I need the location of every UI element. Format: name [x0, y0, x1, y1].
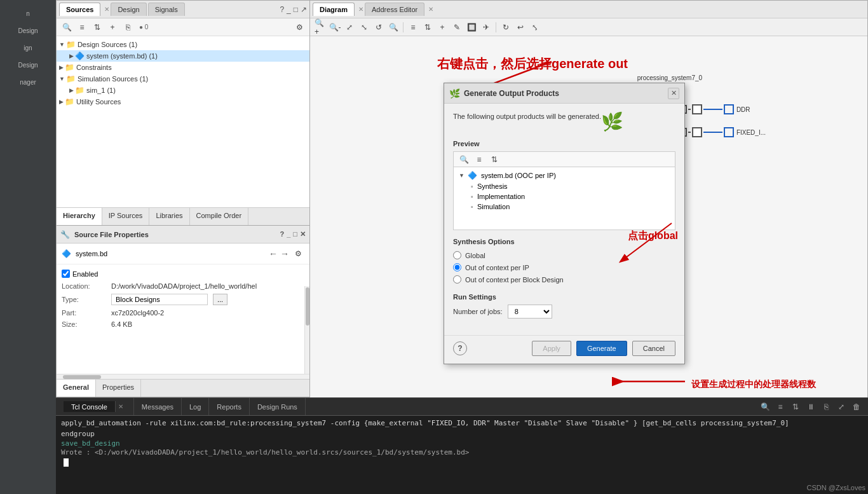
- console-input[interactable]: [61, 458, 863, 467]
- tree-item-sim-sources[interactable]: ▼ 📁 Simulation Sources (1): [57, 73, 309, 85]
- gear-button[interactable]: ⚙: [293, 21, 306, 34]
- tree-tab-hierarchy[interactable]: Hierarchy: [57, 208, 102, 225]
- add-ip-button[interactable]: +: [436, 21, 449, 34]
- tree-item-constraints[interactable]: ▶ 📁 Constraints: [57, 62, 309, 73]
- tree-tab-libraries[interactable]: Libraries: [149, 208, 189, 225]
- preview-search-button[interactable]: 🔍: [458, 153, 470, 166]
- tab-design[interactable]: Design: [111, 3, 146, 16]
- tab-design-runs[interactable]: Design Runs: [250, 398, 306, 415]
- props-help-icon[interactable]: ?: [280, 230, 284, 238]
- props-close-icon[interactable]: ✕: [300, 230, 306, 238]
- run-button[interactable]: ✈: [480, 21, 492, 34]
- expand-arrow[interactable]: ▼: [59, 76, 65, 82]
- tcl-console-close[interactable]: ✕: [116, 403, 126, 410]
- console-pause-button[interactable]: ⏸: [804, 401, 817, 413]
- sort-button[interactable]: ⇅: [91, 21, 104, 34]
- tab-reports[interactable]: Reports: [209, 398, 250, 415]
- scrollbar-thumb[interactable]: [306, 287, 309, 326]
- expand-arrow[interactable]: ▶: [69, 53, 74, 59]
- dialog-close-button[interactable]: ✕: [668, 88, 679, 99]
- tree-item-design-sources[interactable]: ▼ 📁 Design Sources (1): [57, 39, 309, 50]
- expand-arrow[interactable]: ▼: [59, 41, 65, 48]
- preview-synthesis[interactable]: ▪ Synthesis: [456, 181, 672, 191]
- console-copy-button[interactable]: ⎘: [820, 401, 832, 413]
- nav-back-button[interactable]: ←: [269, 249, 278, 259]
- tab-diagram[interactable]: Diagram: [313, 3, 355, 16]
- search-diagram-button[interactable]: 🔍: [387, 21, 400, 34]
- cancel-button[interactable]: Cancel: [632, 341, 675, 356]
- tab-signals[interactable]: Signals: [148, 3, 185, 16]
- nav-item-ign[interactable]: ign: [3, 41, 53, 55]
- tab-log[interactable]: Log: [182, 398, 209, 415]
- nav-gear-button[interactable]: ⚙: [292, 247, 304, 260]
- generate-button[interactable]: Generate: [576, 341, 627, 356]
- tree-tab-ip-sources[interactable]: IP Sources: [102, 208, 150, 225]
- zoom-in-button[interactable]: 🔍+: [314, 21, 327, 34]
- rect-button[interactable]: 🔲: [465, 21, 478, 34]
- apply-button[interactable]: Apply: [532, 341, 571, 356]
- expand-arrow[interactable]: ▶: [69, 87, 74, 93]
- addr-tab-close[interactable]: ✕: [428, 6, 433, 13]
- expand-arrow[interactable]: ▶: [59, 64, 64, 71]
- add-button[interactable]: +: [106, 21, 119, 34]
- popout-icon[interactable]: ↗: [301, 5, 307, 14]
- zoom-out-button[interactable]: 🔍-: [329, 21, 341, 34]
- tab-messages[interactable]: Messages: [134, 398, 182, 415]
- expand-arrow[interactable]: ▶: [59, 99, 64, 105]
- sources-tab-close[interactable]: ✕: [104, 6, 109, 13]
- refresh-button[interactable]: ↺: [372, 21, 385, 34]
- console-sort-button[interactable]: ⇅: [789, 401, 802, 413]
- maximize-icon[interactable]: □: [294, 5, 298, 14]
- vertical-scrollbar[interactable]: [304, 286, 309, 381]
- minimize-icon[interactable]: _: [287, 5, 291, 14]
- radio-ooc-bd-input[interactable]: [453, 275, 461, 284]
- enabled-checkbox[interactable]: [62, 270, 70, 278]
- preview-filter-button[interactable]: ≡: [473, 153, 485, 166]
- filter-button[interactable]: ≡: [76, 21, 88, 34]
- console-expand-button[interactable]: ⤢: [835, 401, 848, 413]
- sort-diagram-button[interactable]: ⇅: [421, 21, 434, 34]
- scrollbar-h-thumb[interactable]: [63, 375, 101, 379]
- type-browse-button[interactable]: ...: [213, 294, 227, 305]
- nav-item-n[interactable]: n: [3, 6, 53, 21]
- radio-ooc-ip-input[interactable]: [453, 263, 461, 271]
- console-search-button[interactable]: 🔍: [759, 401, 771, 413]
- tab-tcl-console[interactable]: Tcl Console: [64, 401, 116, 412]
- tab-address-editor[interactable]: Address Editor: [365, 3, 424, 16]
- preview-simulation[interactable]: ▪ Simulation: [456, 202, 672, 212]
- tree-item-system-bd[interactable]: ▶ 🔷 system (system.bd) (1): [57, 50, 309, 62]
- type-input[interactable]: [111, 294, 208, 305]
- list-button[interactable]: ≡: [407, 21, 419, 34]
- tree-item-sim1[interactable]: ▶ 📁 sim_1 (1): [57, 85, 309, 96]
- radio-global[interactable]: Global: [453, 249, 675, 261]
- props-min-icon[interactable]: _: [287, 230, 290, 238]
- console-filter-button[interactable]: ≡: [774, 401, 787, 413]
- edit-button[interactable]: ✎: [451, 21, 463, 34]
- preview-sort-button[interactable]: ⇅: [488, 153, 501, 166]
- tab-sources[interactable]: Sources: [59, 3, 100, 16]
- props-tab-properties[interactable]: Properties: [96, 380, 141, 397]
- validate-button[interactable]: ↻: [499, 21, 512, 34]
- horizontal-scrollbar[interactable]: [57, 374, 309, 379]
- search-button[interactable]: 🔍: [60, 21, 73, 34]
- props-max-icon[interactable]: □: [293, 230, 297, 238]
- preview-implementation[interactable]: ▪ Implementation: [456, 191, 672, 202]
- preview-expand-arrow[interactable]: ▼: [459, 172, 465, 179]
- help-icon[interactable]: ?: [280, 5, 284, 14]
- radio-global-input[interactable]: [453, 251, 461, 259]
- fit-selection-button[interactable]: ⤡: [358, 21, 370, 34]
- radio-ooc-ip[interactable]: Out of context per IP: [453, 261, 675, 273]
- help-button[interactable]: ?: [453, 341, 467, 355]
- undo-button[interactable]: ↩: [514, 21, 527, 34]
- fit-window-button[interactable]: ⤢: [343, 21, 356, 34]
- tree-tab-compile-order[interactable]: Compile Order: [190, 208, 249, 225]
- nav-forward-button[interactable]: →: [280, 249, 289, 259]
- redo-button[interactable]: ⤣: [529, 21, 541, 34]
- nav-item-design1[interactable]: Design: [3, 24, 53, 38]
- jobs-select[interactable]: 8 1 2 3 4 5 6 7 9 10: [508, 305, 552, 319]
- nav-item-design2[interactable]: Design: [3, 58, 53, 72]
- copy-button[interactable]: ⎘: [121, 21, 134, 34]
- preview-tree-root[interactable]: ▼ 🔷 system.bd (OOC per IP): [456, 170, 672, 181]
- console-clear-button[interactable]: 🗑: [850, 401, 863, 413]
- nav-item-nager[interactable]: nager: [3, 75, 53, 90]
